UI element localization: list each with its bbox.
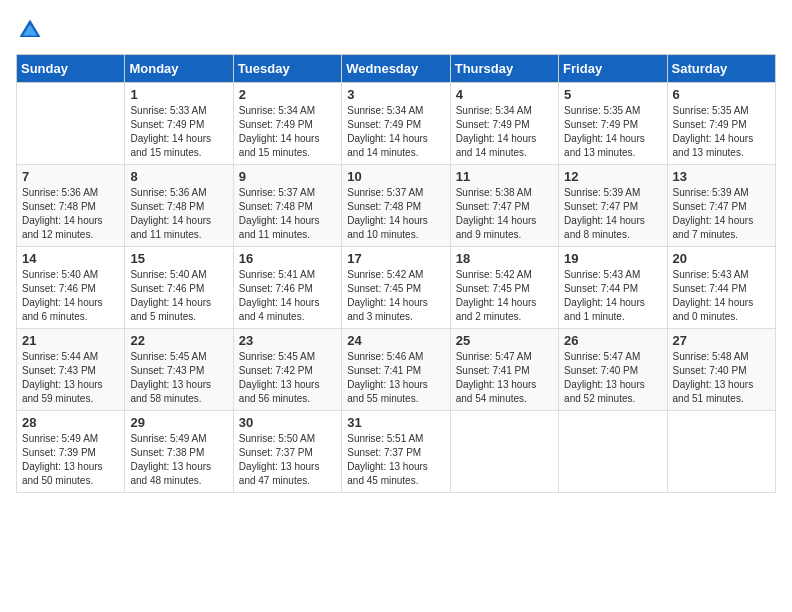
weekday-header: Monday — [125, 55, 233, 83]
day-info: Sunrise: 5:38 AM Sunset: 7:47 PM Dayligh… — [456, 186, 553, 242]
calendar-cell — [559, 411, 667, 493]
calendar-table: SundayMondayTuesdayWednesdayThursdayFrid… — [16, 54, 776, 493]
weekday-header: Saturday — [667, 55, 775, 83]
day-info: Sunrise: 5:40 AM Sunset: 7:46 PM Dayligh… — [130, 268, 227, 324]
calendar-cell — [450, 411, 558, 493]
calendar-cell: 23Sunrise: 5:45 AM Sunset: 7:42 PM Dayli… — [233, 329, 341, 411]
calendar-cell: 25Sunrise: 5:47 AM Sunset: 7:41 PM Dayli… — [450, 329, 558, 411]
day-number: 23 — [239, 333, 336, 348]
day-info: Sunrise: 5:49 AM Sunset: 7:39 PM Dayligh… — [22, 432, 119, 488]
calendar-cell: 16Sunrise: 5:41 AM Sunset: 7:46 PM Dayli… — [233, 247, 341, 329]
day-info: Sunrise: 5:42 AM Sunset: 7:45 PM Dayligh… — [347, 268, 444, 324]
calendar-cell: 11Sunrise: 5:38 AM Sunset: 7:47 PM Dayli… — [450, 165, 558, 247]
day-number: 14 — [22, 251, 119, 266]
day-info: Sunrise: 5:45 AM Sunset: 7:43 PM Dayligh… — [130, 350, 227, 406]
calendar-cell: 8Sunrise: 5:36 AM Sunset: 7:48 PM Daylig… — [125, 165, 233, 247]
day-info: Sunrise: 5:34 AM Sunset: 7:49 PM Dayligh… — [239, 104, 336, 160]
day-info: Sunrise: 5:48 AM Sunset: 7:40 PM Dayligh… — [673, 350, 770, 406]
day-info: Sunrise: 5:51 AM Sunset: 7:37 PM Dayligh… — [347, 432, 444, 488]
calendar-cell: 19Sunrise: 5:43 AM Sunset: 7:44 PM Dayli… — [559, 247, 667, 329]
weekday-header-row: SundayMondayTuesdayWednesdayThursdayFrid… — [17, 55, 776, 83]
day-number: 30 — [239, 415, 336, 430]
weekday-header: Tuesday — [233, 55, 341, 83]
calendar-cell: 2Sunrise: 5:34 AM Sunset: 7:49 PM Daylig… — [233, 83, 341, 165]
calendar-cell: 6Sunrise: 5:35 AM Sunset: 7:49 PM Daylig… — [667, 83, 775, 165]
calendar-cell: 30Sunrise: 5:50 AM Sunset: 7:37 PM Dayli… — [233, 411, 341, 493]
day-number: 21 — [22, 333, 119, 348]
day-number: 10 — [347, 169, 444, 184]
calendar-cell: 20Sunrise: 5:43 AM Sunset: 7:44 PM Dayli… — [667, 247, 775, 329]
day-number: 15 — [130, 251, 227, 266]
calendar-week-row: 1Sunrise: 5:33 AM Sunset: 7:49 PM Daylig… — [17, 83, 776, 165]
day-info: Sunrise: 5:50 AM Sunset: 7:37 PM Dayligh… — [239, 432, 336, 488]
calendar-cell: 17Sunrise: 5:42 AM Sunset: 7:45 PM Dayli… — [342, 247, 450, 329]
calendar-week-row: 14Sunrise: 5:40 AM Sunset: 7:46 PM Dayli… — [17, 247, 776, 329]
day-info: Sunrise: 5:39 AM Sunset: 7:47 PM Dayligh… — [673, 186, 770, 242]
weekday-header: Sunday — [17, 55, 125, 83]
weekday-header: Friday — [559, 55, 667, 83]
calendar-cell: 22Sunrise: 5:45 AM Sunset: 7:43 PM Dayli… — [125, 329, 233, 411]
day-info: Sunrise: 5:34 AM Sunset: 7:49 PM Dayligh… — [347, 104, 444, 160]
calendar-cell: 13Sunrise: 5:39 AM Sunset: 7:47 PM Dayli… — [667, 165, 775, 247]
calendar-cell: 18Sunrise: 5:42 AM Sunset: 7:45 PM Dayli… — [450, 247, 558, 329]
calendar-cell: 26Sunrise: 5:47 AM Sunset: 7:40 PM Dayli… — [559, 329, 667, 411]
day-number: 16 — [239, 251, 336, 266]
day-info: Sunrise: 5:37 AM Sunset: 7:48 PM Dayligh… — [347, 186, 444, 242]
calendar-week-row: 28Sunrise: 5:49 AM Sunset: 7:39 PM Dayli… — [17, 411, 776, 493]
day-info: Sunrise: 5:47 AM Sunset: 7:40 PM Dayligh… — [564, 350, 661, 406]
calendar-cell: 4Sunrise: 5:34 AM Sunset: 7:49 PM Daylig… — [450, 83, 558, 165]
day-number: 7 — [22, 169, 119, 184]
calendar-cell: 7Sunrise: 5:36 AM Sunset: 7:48 PM Daylig… — [17, 165, 125, 247]
day-number: 19 — [564, 251, 661, 266]
day-info: Sunrise: 5:44 AM Sunset: 7:43 PM Dayligh… — [22, 350, 119, 406]
day-number: 27 — [673, 333, 770, 348]
day-info: Sunrise: 5:36 AM Sunset: 7:48 PM Dayligh… — [22, 186, 119, 242]
day-info: Sunrise: 5:35 AM Sunset: 7:49 PM Dayligh… — [564, 104, 661, 160]
calendar-cell: 21Sunrise: 5:44 AM Sunset: 7:43 PM Dayli… — [17, 329, 125, 411]
calendar-cell: 3Sunrise: 5:34 AM Sunset: 7:49 PM Daylig… — [342, 83, 450, 165]
day-info: Sunrise: 5:33 AM Sunset: 7:49 PM Dayligh… — [130, 104, 227, 160]
calendar-cell — [667, 411, 775, 493]
day-number: 13 — [673, 169, 770, 184]
calendar-cell — [17, 83, 125, 165]
day-info: Sunrise: 5:45 AM Sunset: 7:42 PM Dayligh… — [239, 350, 336, 406]
day-info: Sunrise: 5:49 AM Sunset: 7:38 PM Dayligh… — [130, 432, 227, 488]
calendar-cell: 31Sunrise: 5:51 AM Sunset: 7:37 PM Dayli… — [342, 411, 450, 493]
day-number: 31 — [347, 415, 444, 430]
day-number: 22 — [130, 333, 227, 348]
calendar-cell: 29Sunrise: 5:49 AM Sunset: 7:38 PM Dayli… — [125, 411, 233, 493]
day-info: Sunrise: 5:46 AM Sunset: 7:41 PM Dayligh… — [347, 350, 444, 406]
calendar-cell: 24Sunrise: 5:46 AM Sunset: 7:41 PM Dayli… — [342, 329, 450, 411]
day-number: 3 — [347, 87, 444, 102]
day-number: 17 — [347, 251, 444, 266]
calendar-cell: 28Sunrise: 5:49 AM Sunset: 7:39 PM Dayli… — [17, 411, 125, 493]
weekday-header: Thursday — [450, 55, 558, 83]
day-info: Sunrise: 5:40 AM Sunset: 7:46 PM Dayligh… — [22, 268, 119, 324]
day-info: Sunrise: 5:36 AM Sunset: 7:48 PM Dayligh… — [130, 186, 227, 242]
calendar-cell: 9Sunrise: 5:37 AM Sunset: 7:48 PM Daylig… — [233, 165, 341, 247]
day-info: Sunrise: 5:47 AM Sunset: 7:41 PM Dayligh… — [456, 350, 553, 406]
calendar-cell: 12Sunrise: 5:39 AM Sunset: 7:47 PM Dayli… — [559, 165, 667, 247]
day-number: 26 — [564, 333, 661, 348]
day-number: 25 — [456, 333, 553, 348]
day-number: 11 — [456, 169, 553, 184]
day-number: 20 — [673, 251, 770, 266]
day-info: Sunrise: 5:41 AM Sunset: 7:46 PM Dayligh… — [239, 268, 336, 324]
calendar-cell: 15Sunrise: 5:40 AM Sunset: 7:46 PM Dayli… — [125, 247, 233, 329]
page-header — [16, 16, 776, 44]
day-number: 18 — [456, 251, 553, 266]
day-number: 6 — [673, 87, 770, 102]
logo — [16, 16, 48, 44]
day-info: Sunrise: 5:43 AM Sunset: 7:44 PM Dayligh… — [673, 268, 770, 324]
day-number: 12 — [564, 169, 661, 184]
day-number: 4 — [456, 87, 553, 102]
calendar-cell: 27Sunrise: 5:48 AM Sunset: 7:40 PM Dayli… — [667, 329, 775, 411]
calendar-week-row: 21Sunrise: 5:44 AM Sunset: 7:43 PM Dayli… — [17, 329, 776, 411]
calendar-cell: 5Sunrise: 5:35 AM Sunset: 7:49 PM Daylig… — [559, 83, 667, 165]
day-info: Sunrise: 5:42 AM Sunset: 7:45 PM Dayligh… — [456, 268, 553, 324]
calendar-cell: 1Sunrise: 5:33 AM Sunset: 7:49 PM Daylig… — [125, 83, 233, 165]
day-number: 5 — [564, 87, 661, 102]
weekday-header: Wednesday — [342, 55, 450, 83]
day-number: 8 — [130, 169, 227, 184]
day-number: 24 — [347, 333, 444, 348]
